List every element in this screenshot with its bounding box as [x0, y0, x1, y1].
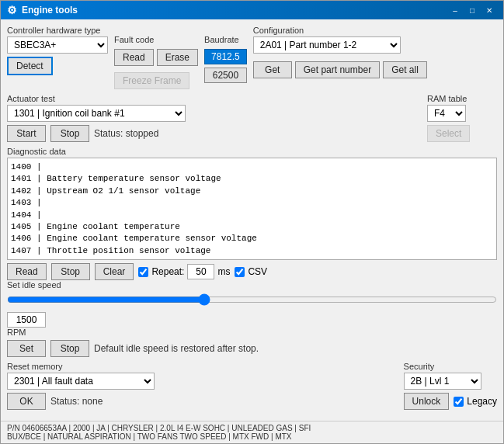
idle-speed-slider[interactable] — [7, 293, 497, 307]
fault-code-section: Fault code Read Erase Freeze Frame — [114, 35, 198, 89]
diagnostic-section: Diagnostic data 1400 |1401 | Battery tem… — [7, 147, 497, 280]
detect-button[interactable]: Detect — [7, 57, 53, 75]
title-bar-controls: – □ ✕ — [447, 4, 497, 16]
actuator-section: Actuator test 1301 | Ignition coil bank … — [7, 94, 497, 142]
minimize-button[interactable]: – — [447, 4, 463, 16]
actuator-status: Status: stopped — [94, 128, 158, 139]
security-section: Security 2B | Lvl 1 Unlock Legacy — [404, 362, 497, 410]
security-label: Security — [404, 362, 497, 371]
diagnostic-output: 1400 |1401 | Battery temperature sensor … — [8, 158, 496, 259]
ram-table-section: RAM table F4 Select — [427, 94, 497, 142]
repeat-label: Repeat: — [151, 266, 184, 277]
legacy-checkbox[interactable] — [454, 397, 464, 407]
window-icon: ⚙ — [7, 4, 17, 16]
title-bar-left: ⚙ Engine tools — [7, 4, 78, 16]
status-line2: BUX/BCE | NATURAL ASPIRATION | TWO FANS … — [7, 432, 497, 441]
baudrate-62500-button[interactable]: 62500 — [204, 68, 247, 83]
rpm-label: RPM — [7, 328, 497, 337]
controller-select[interactable]: SBEC3A+ — [7, 36, 108, 54]
reset-ok-button[interactable]: OK — [7, 393, 46, 410]
csv-group: CSV — [235, 266, 267, 277]
security-unlock-button[interactable]: Unlock — [404, 393, 450, 410]
controller-section: Controller hardware type SBEC3A+ Detect — [7, 26, 108, 89]
top-section: Controller hardware type SBEC3A+ Detect … — [7, 26, 497, 89]
main-content: Controller hardware type SBEC3A+ Detect … — [1, 19, 503, 421]
actuator-stop-button[interactable]: Stop — [50, 125, 89, 142]
actuator-label: Actuator test — [7, 94, 421, 103]
status-line1: P/N 04606653AA | 2000 | JA | CHRYSLER | … — [7, 424, 497, 432]
freeze-frame-button: Freeze Frame — [114, 72, 189, 89]
idle-slider-container — [7, 293, 497, 309]
idle-status: Default idle speed is restored after sto… — [94, 343, 259, 354]
security-select[interactable]: 2B | Lvl 1 — [404, 373, 481, 390]
actuator-left: Actuator test 1301 | Ignition coil bank … — [7, 94, 421, 142]
idle-speed-section: Set idle speed RPM Set Stop Default idle… — [7, 280, 497, 357]
diag-stop-button[interactable]: Stop — [51, 263, 90, 280]
config-get-all-button[interactable]: Get all — [383, 61, 427, 78]
reset-memory-label: Reset memory — [7, 362, 398, 371]
idle-stop-button[interactable]: Stop — [50, 340, 89, 357]
title-bar: ⚙ Engine tools – □ ✕ — [1, 1, 503, 19]
fault-read-button[interactable]: Read — [114, 49, 154, 66]
legacy-group: Legacy — [454, 396, 497, 407]
close-button[interactable]: ✕ — [481, 4, 497, 16]
config-get-part-button[interactable]: Get part number — [295, 61, 380, 78]
fault-code-buttons: Read Erase — [114, 49, 198, 66]
actuator-start-button[interactable]: Start — [7, 125, 46, 142]
config-get-button[interactable]: Get — [253, 61, 292, 78]
status-bar: P/N 04606653AA | 2000 | JA | CHRYSLER | … — [1, 421, 503, 443]
baudrate-section: Baudrate 7812.5 62500 — [204, 35, 247, 89]
configuration-select[interactable]: 2A01 | Part number 1-2 — [253, 36, 401, 54]
configuration-buttons: Get Get part number Get all — [253, 61, 497, 78]
idle-speed-label: Set idle speed — [7, 280, 497, 290]
repeat-input[interactable] — [187, 264, 214, 279]
ram-select-button: Select — [427, 125, 470, 142]
csv-label: CSV — [248, 266, 267, 277]
window-title: Engine tools — [22, 5, 78, 16]
configuration-label: Configuration — [253, 26, 497, 35]
diagnostic-label: Diagnostic data — [7, 147, 497, 156]
legacy-label: Legacy — [467, 396, 497, 407]
ms-label: ms — [217, 266, 230, 277]
baudrate-7812-button[interactable]: 7812.5 — [204, 49, 247, 64]
reset-memory-section: Reset memory 2301 | All fault data OK St… — [7, 362, 398, 410]
ram-table-label: RAM table — [427, 94, 497, 103]
baudrate-label: Baudrate — [204, 35, 247, 44]
controller-label: Controller hardware type — [7, 26, 108, 35]
repeat-checkbox[interactable] — [138, 267, 148, 277]
fault-code-label: Fault code — [114, 35, 198, 44]
repeat-group: Repeat: ms — [138, 264, 230, 279]
diagnostic-controls: Read Stop Clear Repeat: ms CSV — [7, 263, 497, 280]
diag-clear-button[interactable]: Clear — [95, 263, 134, 280]
actuator-select[interactable]: 1301 | Ignition coil bank #1 — [7, 105, 186, 122]
idle-set-button[interactable]: Set — [7, 340, 46, 357]
bottom-section: Reset memory 2301 | All fault data OK St… — [7, 362, 497, 410]
fault-erase-button[interactable]: Erase — [157, 49, 198, 66]
main-window: ⚙ Engine tools – □ ✕ Controller hardware… — [0, 0, 504, 444]
configuration-section: Configuration 2A01 | Part number 1-2 Get… — [253, 26, 497, 89]
reset-status: Status: none — [50, 396, 103, 407]
diag-read-button[interactable]: Read — [7, 263, 47, 280]
maximize-button[interactable]: □ — [464, 4, 480, 16]
reset-memory-select[interactable]: 2301 | All fault data — [7, 373, 155, 390]
ram-table-select[interactable]: F4 — [427, 105, 466, 122]
idle-speed-input[interactable] — [7, 312, 46, 328]
csv-checkbox[interactable] — [235, 267, 245, 277]
